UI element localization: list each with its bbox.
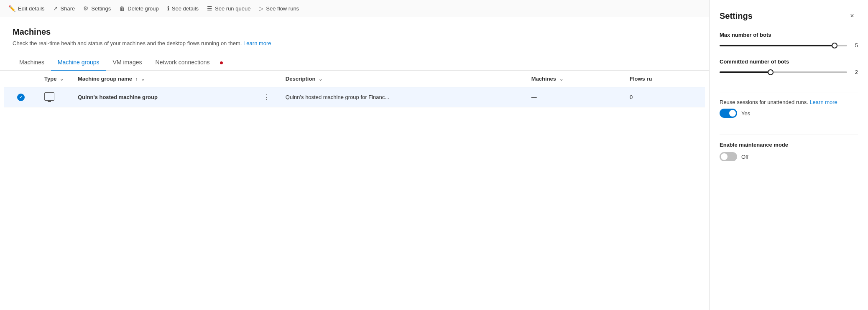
settings-panel-title: Settings (720, 11, 753, 21)
row-flows-cell: 0 (623, 87, 705, 107)
maintenance-mode-section: Enable maintenance mode Off (720, 142, 858, 161)
maintenance-mode-toggle[interactable] (720, 152, 737, 161)
flow-runs-icon: ▷ (259, 5, 263, 12)
column-checkbox (4, 71, 38, 87)
table-row[interactable]: ✓ Quinn's hosted machine group ⋮ Quinn's… (4, 87, 705, 107)
committed-bots-slider-thumb[interactable] (768, 69, 774, 75)
reuse-sessions-text: Reuse sessions for unattended runs. Lear… (720, 99, 858, 105)
share-icon: ↗ (53, 5, 58, 12)
column-machines[interactable]: Machines ⌄ (525, 71, 623, 87)
row-name-cell[interactable]: Quinn's hosted machine group (71, 87, 254, 107)
committed-bots-slider-row: 2 (720, 69, 858, 75)
page-header: Machines Check the real-time health and … (0, 17, 709, 55)
committed-bots-value: 2 (851, 69, 858, 75)
name-sort-asc-icon[interactable]: ↑ (135, 76, 138, 81)
maintenance-mode-toggle-label: Off (741, 154, 748, 160)
committed-bots-slider-track[interactable] (720, 71, 847, 73)
network-connections-dot (220, 61, 223, 64)
main-content: ✏️ Edit details ↗ Share ⚙ Settings 🗑 Del… (0, 0, 709, 310)
max-bots-label: Max number of bots (720, 32, 858, 38)
settings-close-button[interactable]: × (846, 10, 858, 22)
settings-panel: Settings × Max number of bots 5 Committe… (709, 0, 868, 310)
row-more-cell[interactable]: ⋮ (254, 87, 279, 107)
tab-network-connections[interactable]: Network connections (149, 55, 217, 71)
max-bots-slider-fill (720, 45, 835, 46)
list-icon: ☰ (207, 5, 212, 12)
reuse-sessions-toggle-row: Yes (720, 109, 858, 118)
divider-2 (720, 135, 858, 135)
column-type[interactable]: Type ⌄ (38, 71, 71, 87)
settings-button[interactable]: ⚙ Settings (83, 5, 111, 12)
reuse-sessions-section: Reuse sessions for unattended runs. Lear… (720, 99, 858, 118)
max-bots-slider-thumb[interactable] (832, 43, 837, 48)
committed-bots-section: Committed number of bots 2 (720, 58, 858, 75)
column-flows[interactable]: Flows ru (623, 71, 705, 87)
page-subtitle: Check the real-time health and status of… (13, 40, 697, 46)
maintenance-mode-toggle-row: Off (720, 152, 858, 161)
column-name[interactable]: Machine group name ↑ ⌄ (71, 71, 254, 87)
tab-machines[interactable]: Machines (13, 55, 51, 71)
table-area: Type ⌄ Machine group name ↑ ⌄ Descriptio… (0, 71, 709, 310)
trash-icon: 🗑 (119, 5, 125, 12)
committed-bots-label: Committed number of bots (720, 58, 858, 65)
delete-group-button[interactable]: 🗑 Delete group (119, 5, 158, 12)
column-more-actions (254, 71, 279, 87)
maintenance-mode-toggle-thumb (721, 153, 728, 160)
row-more-icon[interactable]: ⋮ (260, 93, 272, 102)
tab-vm-images[interactable]: VM images (106, 55, 149, 71)
name-sort-icon[interactable]: ⌄ (141, 76, 145, 81)
divider-1 (720, 92, 858, 92)
max-bots-slider-track[interactable] (720, 45, 847, 46)
reuse-sessions-learn-more-link[interactable]: Learn more (809, 99, 837, 105)
column-description[interactable]: Description ⌄ (279, 71, 525, 87)
desc-sort-icon[interactable]: ⌄ (319, 76, 322, 81)
machines-sort-icon[interactable]: ⌄ (559, 76, 563, 81)
info-icon: ℹ (167, 5, 169, 12)
row-description-cell: Quinn's hosted machine group for Financ.… (279, 87, 525, 107)
learn-more-link[interactable]: Learn more (243, 40, 271, 46)
row-checkbox-cell: ✓ (4, 87, 38, 107)
selected-check-icon: ✓ (17, 94, 25, 101)
reuse-sessions-toggle-thumb (729, 110, 736, 117)
machine-group-icon (44, 92, 54, 101)
edit-details-button[interactable]: ✏️ Edit details (8, 5, 45, 12)
gear-icon: ⚙ (83, 5, 89, 12)
type-sort-icon[interactable]: ⌄ (60, 76, 64, 81)
max-bots-value: 5 (851, 42, 858, 48)
toolbar: ✏️ Edit details ↗ Share ⚙ Settings 🗑 Del… (0, 0, 709, 17)
row-type-cell (38, 87, 71, 107)
tabs-bar: Machines Machine groups VM images Networ… (0, 55, 709, 71)
reuse-sessions-toggle[interactable] (720, 109, 737, 118)
max-bots-slider-row: 5 (720, 42, 858, 48)
committed-bots-slider-fill (720, 71, 771, 73)
max-bots-section: Max number of bots 5 (720, 32, 858, 48)
tab-machine-groups[interactable]: Machine groups (51, 55, 106, 71)
reuse-sessions-toggle-label: Yes (741, 110, 750, 117)
edit-icon: ✏️ (8, 5, 15, 12)
see-run-queue-button[interactable]: ☰ See run queue (207, 5, 250, 12)
see-flow-runs-button[interactable]: ▷ See flow runs (259, 5, 299, 12)
see-details-button[interactable]: ℹ See details (167, 5, 199, 12)
maintenance-mode-label: Enable maintenance mode (720, 142, 858, 148)
machine-groups-table: Type ⌄ Machine group name ↑ ⌄ Descriptio… (4, 71, 705, 107)
row-machines-cell: — (525, 87, 623, 107)
table-header-row: Type ⌄ Machine group name ↑ ⌄ Descriptio… (4, 71, 705, 87)
settings-panel-header: Settings × (720, 10, 858, 22)
share-button[interactable]: ↗ Share (53, 5, 75, 12)
page-title: Machines (13, 27, 697, 37)
